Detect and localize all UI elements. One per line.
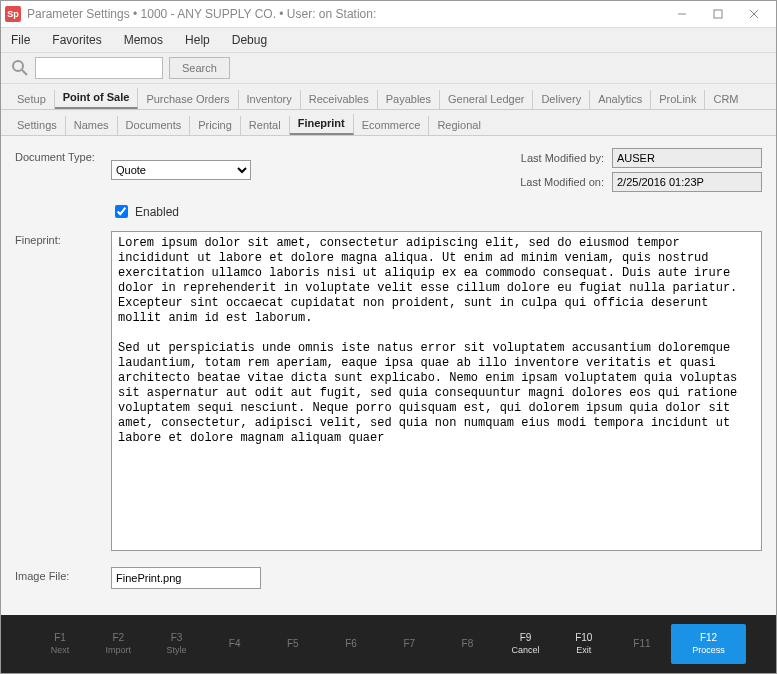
tab-setup[interactable]: Setup bbox=[9, 90, 55, 109]
close-button[interactable] bbox=[736, 1, 772, 27]
menu-favorites[interactable]: Favorites bbox=[52, 33, 101, 47]
tab-point-of-sale[interactable]: Point of Sale bbox=[55, 88, 139, 109]
tab-analytics[interactable]: Analytics bbox=[590, 90, 651, 109]
subtab-names[interactable]: Names bbox=[66, 116, 118, 135]
window-title: Parameter Settings • 1000 - ANY SUPPLY C… bbox=[27, 7, 376, 21]
subtab-fineprint[interactable]: Fineprint bbox=[290, 114, 354, 135]
tab-payables[interactable]: Payables bbox=[378, 90, 440, 109]
search-button[interactable]: Search bbox=[169, 57, 230, 79]
tab-delivery[interactable]: Delivery bbox=[533, 90, 590, 109]
fineprint-textarea[interactable]: Lorem ipsum dolor sit amet, consectetur … bbox=[111, 231, 762, 551]
fkey-f9-cancel[interactable]: F9Cancel bbox=[497, 632, 555, 656]
fkey-f3[interactable]: F3Style bbox=[147, 632, 205, 656]
last-modified-by-label: Last Modified by: bbox=[520, 152, 604, 164]
fkey-f2[interactable]: F2Import bbox=[89, 632, 147, 656]
subtab-ecommerce[interactable]: Ecommerce bbox=[354, 116, 430, 135]
menu-bar: File Favorites Memos Help Debug bbox=[1, 28, 776, 53]
enabled-label: Enabled bbox=[135, 205, 179, 219]
primary-tabs: Setup Point of Sale Purchase Orders Inve… bbox=[1, 84, 776, 110]
app-icon: Sp bbox=[5, 6, 21, 22]
document-type-select[interactable]: Quote bbox=[111, 160, 251, 180]
subtab-regional[interactable]: Regional bbox=[429, 116, 488, 135]
subtab-pricing[interactable]: Pricing bbox=[190, 116, 241, 135]
menu-file[interactable]: File bbox=[11, 33, 30, 47]
subtab-rental[interactable]: Rental bbox=[241, 116, 290, 135]
menu-help[interactable]: Help bbox=[185, 33, 210, 47]
menu-memos[interactable]: Memos bbox=[124, 33, 163, 47]
fkey-f10-exit[interactable]: F10Exit bbox=[555, 632, 613, 656]
fkey-f5[interactable]: F5 bbox=[264, 638, 322, 650]
svg-point-4 bbox=[13, 61, 23, 71]
title-bar: Sp Parameter Settings • 1000 - ANY SUPPL… bbox=[1, 1, 776, 28]
document-type-label: Document Type: bbox=[15, 148, 103, 192]
last-modified-on-field bbox=[612, 172, 762, 192]
fkey-f7[interactable]: F7 bbox=[380, 638, 438, 650]
fkey-f12-process[interactable]: F12Process bbox=[671, 624, 746, 664]
search-icon bbox=[11, 59, 29, 77]
tab-crm[interactable]: CRM bbox=[705, 90, 746, 109]
tab-inventory[interactable]: Inventory bbox=[239, 90, 301, 109]
tab-general-ledger[interactable]: General Ledger bbox=[440, 90, 533, 109]
maximize-button[interactable] bbox=[700, 1, 736, 27]
svg-rect-1 bbox=[714, 10, 722, 18]
subtab-settings[interactable]: Settings bbox=[9, 116, 66, 135]
tab-receivables[interactable]: Receivables bbox=[301, 90, 378, 109]
enabled-checkbox[interactable] bbox=[115, 205, 128, 218]
image-file-label: Image File: bbox=[15, 567, 103, 589]
last-modified-by-field bbox=[612, 148, 762, 168]
svg-line-5 bbox=[22, 70, 27, 75]
fkey-f1[interactable]: F1Next bbox=[31, 632, 89, 656]
function-key-bar: F1Next F2Import F3Style F4 F5 F6 F7 F8 F… bbox=[1, 615, 776, 673]
fkey-f8[interactable]: F8 bbox=[438, 638, 496, 650]
fkey-f4[interactable]: F4 bbox=[206, 638, 264, 650]
image-file-field[interactable] bbox=[111, 567, 261, 589]
minimize-button[interactable] bbox=[664, 1, 700, 27]
fkey-f11[interactable]: F11 bbox=[613, 638, 671, 650]
form-area: Document Type: Quote Last Modified by: L… bbox=[1, 136, 776, 615]
subtab-documents[interactable]: Documents bbox=[118, 116, 191, 135]
fkey-f6[interactable]: F6 bbox=[322, 638, 380, 650]
last-modified-on-label: Last Modified on: bbox=[520, 176, 604, 188]
tab-purchase-orders[interactable]: Purchase Orders bbox=[138, 90, 238, 109]
menu-debug[interactable]: Debug bbox=[232, 33, 267, 47]
tab-prolink[interactable]: ProLink bbox=[651, 90, 705, 109]
meta-block: Last Modified by: Last Modified on: bbox=[520, 148, 762, 192]
secondary-tabs: Settings Names Documents Pricing Rental … bbox=[1, 110, 776, 136]
fineprint-label: Fineprint: bbox=[15, 231, 103, 551]
search-input[interactable] bbox=[35, 57, 163, 79]
toolbar: Search bbox=[1, 53, 776, 84]
